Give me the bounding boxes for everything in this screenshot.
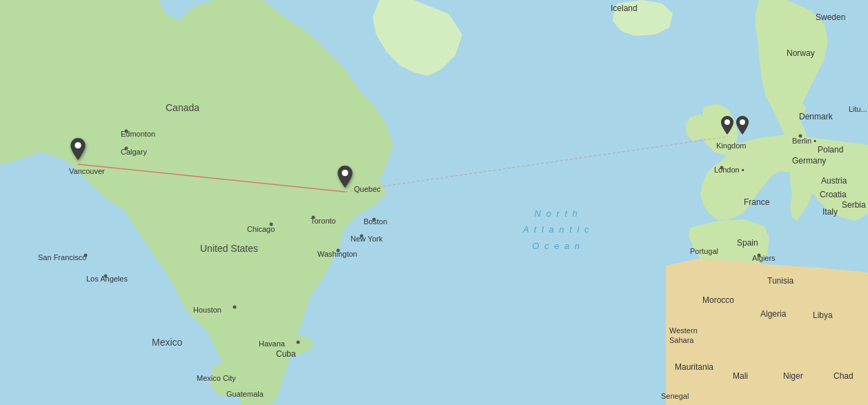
map-container: Iceland Sweden Norway Denmark Litu... Be…: [0, 0, 868, 405]
dot-algiers: [758, 254, 761, 257]
dot-berlin: [799, 135, 802, 138]
dot-london: [720, 166, 724, 170]
svg-point-3: [724, 119, 730, 125]
dot-houston: [233, 306, 237, 309]
dot-san-francisco: [84, 254, 88, 257]
dot-new-york: [360, 235, 364, 238]
dot-los-angeles: [104, 275, 108, 278]
svg-point-2: [342, 170, 348, 176]
dot-boston: [373, 218, 376, 221]
pin-vancouver[interactable]: [67, 138, 89, 166]
dot-chicago: [270, 223, 273, 226]
dot-havana: [297, 341, 300, 344]
dot-calgary: [125, 147, 128, 150]
svg-point-1: [75, 142, 81, 148]
dot-toronto: [312, 216, 315, 219]
dot-washington: [337, 249, 340, 253]
pin-montreal[interactable]: [334, 166, 356, 193]
pin-uk-group[interactable]: [718, 116, 752, 139]
dot-edmonton: [125, 130, 128, 133]
map-svg: [0, 0, 868, 405]
svg-point-4: [740, 119, 745, 125]
